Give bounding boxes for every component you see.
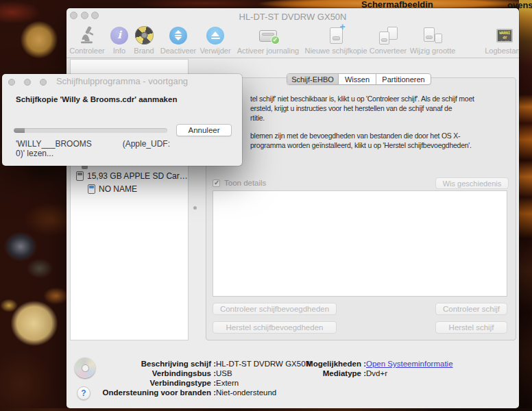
progress-status-line-2: 0)' lezen... bbox=[16, 149, 53, 158]
info-row-connection-bus: Verbindingsbus USB bbox=[79, 369, 232, 377]
info-icon bbox=[110, 25, 128, 46]
toolbar-label: Converteer bbox=[370, 47, 407, 55]
progress-bar bbox=[14, 128, 167, 133]
toolbar-button-resize[interactable]: Wijzig grootte bbox=[404, 25, 461, 56]
verify-permissions-button[interactable]: Controleer schijfbevoegdheden bbox=[213, 303, 337, 315]
info-row-burn-support: Ondersteuning voor branden Niet-onderste… bbox=[79, 388, 276, 397]
dialog-title: Schijfhulpprogramma - voortgang bbox=[2, 76, 242, 86]
disk-utility-window: HL-DT-ST DVDRW GX50N Controleer Info Bra… bbox=[66, 8, 519, 408]
sidebar-item-label: NO NAME bbox=[99, 184, 137, 194]
tab-first-aid[interactable]: Schijf-EHBO bbox=[287, 74, 338, 84]
sidebar-item-label: 15,93 GB APPLE SD Car… bbox=[87, 171, 188, 181]
text-line: rtitie. bbox=[250, 113, 474, 123]
microscope-icon bbox=[80, 25, 95, 46]
progress-status-line-1: 'WILLY___BROOMS (Apple_UDF: bbox=[16, 139, 170, 149]
info-label: Verbindingsbus bbox=[79, 369, 216, 377]
status-volume-format: (Apple_UDF: bbox=[123, 139, 170, 149]
eject-icon bbox=[206, 25, 224, 46]
enable-journaling-icon bbox=[259, 25, 277, 46]
info-row-capabilities: Mogelijkheden Open Systeeminformatie bbox=[306, 360, 453, 368]
toolbar-label: Wijzig grootte bbox=[410, 47, 456, 55]
toolbar-button-log[interactable]: WARNI 4Y 7:06 Logbestand bbox=[481, 25, 519, 56]
tab-partition[interactable]: Partitioneren bbox=[376, 74, 431, 84]
info-value: Niet-ondersteund bbox=[216, 388, 276, 397]
tab-bar: Schijf-EHBO Wissen Partitioneren bbox=[287, 73, 431, 85]
toolbar-label: Verwijder bbox=[200, 47, 230, 55]
log-file-icon: WARNI 4Y 7:06 bbox=[496, 25, 513, 46]
unmount-icon bbox=[169, 25, 187, 46]
info-label: Mediatype bbox=[306, 369, 366, 377]
text-line: blemen zijn met de bevoegdheden van best… bbox=[250, 131, 472, 140]
check-badge-icon bbox=[271, 36, 280, 45]
sidebar-item-sd-card[interactable]: 15,93 GB APPLE SD Car… bbox=[76, 171, 188, 181]
info-row-media-type: Mediatype Dvd+r bbox=[306, 369, 387, 377]
progress-dialog-window: Schijfhulpprogramma - voortgang Schijfko… bbox=[2, 74, 242, 166]
info-value: Extern bbox=[216, 379, 239, 387]
first-aid-description-paragraph-2: blemen zijn met de bevoegdheden van best… bbox=[250, 131, 472, 150]
info-value: USB bbox=[216, 369, 232, 377]
log-icon-text: 4Y 7:06 bbox=[498, 35, 511, 41]
status-volume-name: 'WILLY___BROOMS bbox=[16, 139, 92, 149]
info-label: Ondersteuning voor branden bbox=[79, 388, 216, 397]
pane-splitter-handle[interactable] bbox=[193, 206, 197, 210]
toolbar-label: Activeer journaling bbox=[237, 47, 300, 55]
sd-card-icon bbox=[76, 171, 84, 181]
plus-badge-icon bbox=[339, 23, 347, 32]
toolbar-separator bbox=[66, 58, 519, 58]
info-value: Dvd+r bbox=[366, 369, 387, 377]
info-row-description: Beschrijving schijf HL-DT-ST DVDRW GX50N bbox=[79, 360, 311, 368]
toolbar-label: Nieuwe schijfkopie bbox=[304, 47, 367, 55]
show-details-checkbox[interactable] bbox=[213, 179, 220, 187]
info-value: HL-DT-ST DVDRW GX50N bbox=[216, 360, 311, 368]
cancel-button[interactable]: Annuleer bbox=[176, 124, 232, 136]
info-label: Mogelijkheden bbox=[306, 360, 366, 368]
toolbar-label: Info bbox=[113, 47, 125, 55]
verify-disk-button[interactable]: Controleer schijf bbox=[435, 303, 507, 315]
info-label: Beschrijving schijf bbox=[79, 360, 216, 368]
toolbar-button-journaling[interactable]: Activeer journaling bbox=[230, 25, 306, 56]
text-line: tel schijf' niet beschikbaar is, klikt u… bbox=[250, 94, 474, 103]
new-disk-image-icon bbox=[330, 25, 343, 46]
details-output-area[interactable] bbox=[213, 190, 507, 297]
toolbar-label: Brand bbox=[134, 47, 154, 55]
log-icon-text: WARNI bbox=[498, 30, 511, 35]
toolbar-button-verify[interactable]: Controleer bbox=[66, 25, 111, 56]
desktop-background: Schermafbeeldin ovensch HL-DT-ST DVDRW G… bbox=[0, 0, 532, 411]
show-details-label: Toon details bbox=[224, 179, 266, 187]
toolbar-label: Deactiveer bbox=[160, 47, 197, 55]
info-label: Verbindingstype bbox=[79, 379, 216, 387]
text-line: programma worden geïnstalleerd, klikt u … bbox=[250, 140, 472, 150]
repair-permissions-button[interactable]: Herstel schijfbevoegdheden bbox=[213, 321, 337, 334]
convert-icon bbox=[379, 25, 398, 46]
window-titlebar[interactable]: HL-DT-ST DVDRW GX50N bbox=[66, 8, 519, 26]
window-title: HL-DT-ST DVDRW GX50N bbox=[66, 8, 519, 26]
repair-disk-button[interactable]: Herstel schijf bbox=[435, 321, 507, 334]
first-aid-description-paragraph-1: tel schijf' niet beschikbaar is, klikt u… bbox=[250, 94, 474, 123]
toolbar-label: Logbestand bbox=[485, 47, 519, 55]
progress-fill bbox=[14, 128, 25, 133]
desktop-painting-bottom-strip bbox=[0, 408, 532, 411]
open-system-information-link[interactable]: Open Systeeminformatie bbox=[366, 360, 453, 368]
burn-icon bbox=[135, 25, 154, 46]
tab-erase[interactable]: Wissen bbox=[338, 74, 376, 84]
sidebar-item-no-name-volume[interactable]: NO NAME bbox=[88, 184, 137, 194]
info-row-connection-type: Verbindingstype Extern bbox=[79, 379, 239, 387]
toolbar-label: Controleer bbox=[69, 47, 104, 55]
desktop-painting-right-strip bbox=[519, 0, 532, 411]
toolbar-button-new-image[interactable]: Nieuwe schijfkopie bbox=[298, 25, 374, 56]
volume-icon bbox=[88, 184, 95, 194]
clear-history-button[interactable]: Wis geschiedenis bbox=[435, 177, 509, 189]
progress-task-label: Schijfkopie 'Willy & Brooms.cdr' aanmake… bbox=[16, 95, 177, 103]
text-line: ersteld, krijgt u instructies voor het h… bbox=[250, 103, 474, 113]
resize-icon bbox=[424, 25, 442, 46]
